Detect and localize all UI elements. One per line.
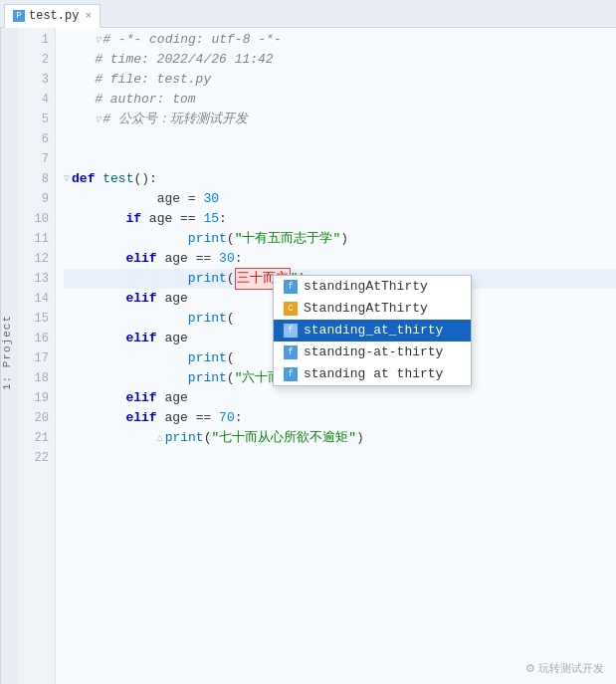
code-line-21: △print("七十而从心所欲不逾矩") bbox=[64, 428, 616, 448]
code-content: ▽# -*- coding: utf-8 -*- # time: 2022/4/… bbox=[56, 28, 616, 684]
ac-item-3[interactable]: f standing-at-thirty bbox=[274, 342, 471, 363]
line-num-22: 22 bbox=[18, 448, 55, 468]
line-num-1: 1 bbox=[18, 30, 55, 50]
code-area: 1 2 3 4 5 6 7 8 9 10 11 12 13 14 15 16 1 bbox=[18, 28, 616, 684]
code-line-5: ▽# 公众号：玩转测试开发 bbox=[64, 110, 616, 129]
ac-icon-0: f bbox=[284, 280, 298, 294]
line-num-8: 8 bbox=[18, 169, 55, 189]
watermark: ⚙ 玩转测试开发 bbox=[525, 661, 604, 676]
python-file-icon: P bbox=[13, 10, 25, 22]
line3-text: # file: test.py bbox=[64, 70, 211, 90]
line-num-6: 6 bbox=[18, 129, 55, 149]
ac-item-0[interactable]: f standingAtThirty bbox=[274, 276, 471, 298]
ac-item-4[interactable]: f standing at thirty bbox=[274, 363, 471, 385]
line-num-7: 7 bbox=[18, 149, 55, 169]
code-line-9: age = 30 bbox=[64, 189, 616, 209]
ac-icon-4: f bbox=[284, 367, 298, 381]
code-line-11: print("十有五而志于学") bbox=[64, 229, 616, 249]
code-line-12: elif age == 30: bbox=[64, 249, 616, 269]
line-num-14: 14 bbox=[18, 289, 55, 309]
line4-text: # author: tom bbox=[64, 90, 196, 110]
code-line-3: # file: test.py bbox=[64, 70, 616, 90]
line-num-17: 17 bbox=[18, 348, 55, 368]
code-editor[interactable]: 1 2 3 4 5 6 7 8 9 10 11 12 13 14 15 16 1 bbox=[18, 28, 616, 684]
line-num-15: 15 bbox=[18, 309, 55, 329]
ac-label-2: standing_at_thirty bbox=[304, 320, 443, 342]
code-line-7 bbox=[64, 149, 616, 169]
line-num-5: 5 bbox=[18, 110, 55, 129]
code-line-10: if age == 15: bbox=[64, 209, 616, 229]
code-line-22 bbox=[64, 448, 616, 468]
ide-window: P test.py × 1: Project 1 2 3 4 5 6 7 8 bbox=[0, 0, 616, 684]
ac-icon-3: f bbox=[284, 345, 298, 359]
autocomplete-dropdown[interactable]: f standingAtThirty C StandingAtThirty f … bbox=[273, 275, 472, 386]
code-line-2: # time: 2022/4/26 11:42 bbox=[64, 50, 616, 70]
watermark-icon: ⚙ bbox=[525, 662, 535, 674]
ac-item-1[interactable]: C StandingAtThirty bbox=[274, 298, 471, 320]
line-num-18: 18 bbox=[18, 368, 55, 388]
line-num-4: 4 bbox=[18, 90, 55, 110]
line-num-16: 16 bbox=[18, 329, 55, 348]
fold-icon-8: ▽ bbox=[64, 169, 70, 189]
tab-close-button[interactable]: × bbox=[85, 10, 92, 22]
ac-icon-2: f bbox=[284, 324, 298, 338]
ac-item-2[interactable]: f standing_at_thirty bbox=[274, 320, 471, 342]
project-panel-label: 1: Project bbox=[0, 28, 18, 684]
line-num-3: 3 bbox=[18, 70, 55, 90]
line-num-10: 10 bbox=[18, 209, 55, 229]
code-line-20: elif age == 70: bbox=[64, 408, 616, 428]
line-num-2: 2 bbox=[18, 50, 55, 70]
code-line-6 bbox=[64, 129, 616, 149]
fold-icon-21: △ bbox=[157, 428, 163, 448]
line5-text: ▽# 公众号：玩转测试开发 bbox=[64, 110, 248, 130]
kw-def: def bbox=[72, 169, 95, 189]
code-line-8: ▽ def test(): bbox=[64, 169, 616, 189]
ac-label-1: StandingAtThirty bbox=[304, 298, 428, 320]
main-area: 1: Project 1 2 3 4 5 6 7 8 9 10 11 12 bbox=[0, 28, 616, 684]
line2-text: # time: 2022/4/26 11:42 bbox=[64, 50, 274, 70]
line-num-9: 9 bbox=[18, 189, 55, 209]
tab-bar: P test.py × bbox=[0, 0, 616, 28]
line-num-21: 21 bbox=[18, 428, 55, 448]
line-num-20: 20 bbox=[18, 408, 55, 428]
file-tab[interactable]: P test.py × bbox=[4, 4, 101, 28]
func-name: test bbox=[103, 169, 133, 189]
ac-label-0: standingAtThirty bbox=[304, 276, 428, 298]
line-num-12: 12 bbox=[18, 249, 55, 269]
code-line-1: ▽# -*- coding: utf-8 -*- bbox=[64, 30, 616, 50]
watermark-text: 玩转测试开发 bbox=[538, 662, 604, 674]
code-line-19: elif age bbox=[64, 388, 616, 408]
line1-text: ▽# -*- coding: utf-8 -*- bbox=[64, 30, 282, 51]
line-num-11: 11 bbox=[18, 229, 55, 249]
line-num-13: 13 bbox=[18, 269, 55, 289]
tab-label: test.py bbox=[29, 9, 79, 23]
code-line-4: # author: tom bbox=[64, 90, 616, 110]
line-numbers: 1 2 3 4 5 6 7 8 9 10 11 12 13 14 15 16 1 bbox=[18, 28, 56, 684]
ac-label-4: standing at thirty bbox=[304, 363, 443, 385]
ac-icon-1: C bbox=[284, 302, 298, 316]
line-num-19: 19 bbox=[18, 388, 55, 408]
ac-label-3: standing-at-thirty bbox=[304, 342, 443, 363]
